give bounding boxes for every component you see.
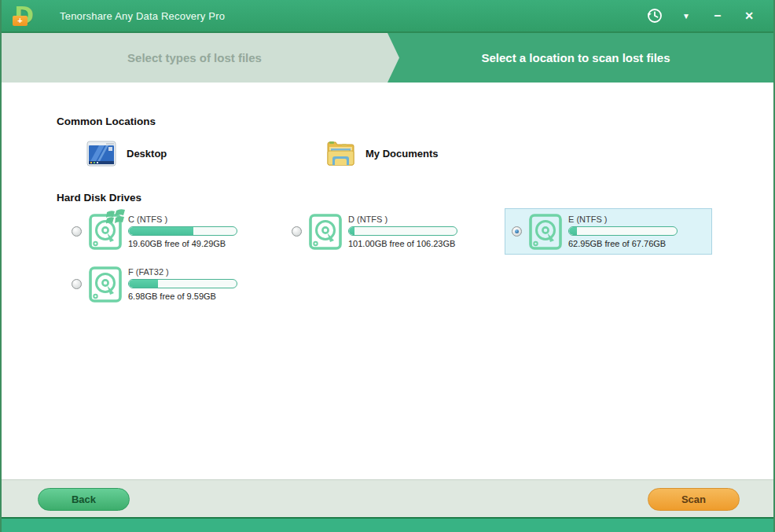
hard-disk-icon bbox=[309, 213, 342, 250]
drive-item[interactable]: C (NTFS ) 19.60GB free of 49.29GB bbox=[64, 208, 272, 255]
drive-usage-bar bbox=[128, 226, 237, 236]
hard-disk-icon bbox=[89, 213, 122, 250]
back-button[interactable]: Back bbox=[38, 488, 130, 511]
common-locations-title: Common Locations bbox=[57, 116, 773, 127]
history-restore-icon[interactable] bbox=[645, 6, 665, 26]
drive-usage-fill bbox=[129, 227, 193, 235]
tab-select-types: Select types of lost files bbox=[2, 33, 399, 83]
drive-usage-fill bbox=[349, 227, 354, 235]
titlebar-controls: ▼ – ✕ bbox=[645, 6, 773, 26]
location-label: Desktop bbox=[127, 148, 167, 160]
drive-item[interactable]: D (NTFS ) 101.00GB free of 106.23GB bbox=[285, 208, 492, 255]
drive-radio-button[interactable] bbox=[72, 279, 82, 289]
location-item-my-documents[interactable]: My Documents bbox=[326, 140, 566, 167]
location-item-desktop[interactable]: Desktop bbox=[86, 140, 326, 167]
app-window: D + Tenorshare Any Data Recovery Pro ▼ –… bbox=[0, 0, 775, 532]
location-label: My Documents bbox=[365, 148, 438, 160]
my-documents-icon bbox=[326, 140, 355, 167]
drive-free-space: 6.98GB free of 9.59GB bbox=[128, 292, 237, 301]
window-title: Tenorshare Any Data Recovery Pro bbox=[60, 10, 225, 22]
hard-disk-drives-title: Hard Disk Drives bbox=[57, 192, 773, 204]
drive-usage-bar bbox=[348, 226, 457, 236]
hard-disk-icon bbox=[89, 266, 122, 303]
drive-label: C (NTFS ) bbox=[128, 215, 237, 224]
close-button[interactable]: ✕ bbox=[739, 6, 759, 26]
drive-radio-button[interactable] bbox=[72, 226, 82, 237]
drive-label: E (NTFS ) bbox=[568, 215, 678, 224]
drive-free-space: 62.95GB free of 67.76GB bbox=[568, 239, 678, 248]
drive-item[interactable]: E (NTFS ) 62.95GB free of 67.76GB bbox=[505, 208, 712, 255]
drive-usage-bar bbox=[568, 226, 678, 236]
drive-free-space: 101.00GB free of 106.23GB bbox=[348, 239, 457, 248]
windows-flag-icon bbox=[106, 207, 127, 226]
tab-select-location: Select a location to scan lost files bbox=[399, 33, 773, 83]
dropdown-menu-icon[interactable]: ▼ bbox=[676, 6, 696, 26]
drive-label: D (NTFS ) bbox=[348, 215, 457, 224]
main-content: Common Locations Desktop bbox=[2, 83, 773, 479]
title-bar: D + Tenorshare Any Data Recovery Pro ▼ –… bbox=[2, 0, 773, 31]
hard-disk-icon bbox=[529, 213, 562, 250]
drive-item[interactable]: F (FAT32 ) 6.98GB free of 9.59GB bbox=[64, 261, 272, 307]
drive-radio-button[interactable] bbox=[512, 226, 522, 237]
drive-free-space: 19.60GB free of 49.29GB bbox=[128, 239, 237, 248]
drive-radio-button[interactable] bbox=[292, 226, 302, 237]
drive-usage-fill bbox=[569, 227, 577, 235]
footer-strip bbox=[2, 517, 773, 532]
drive-label: F (FAT32 ) bbox=[128, 267, 237, 277]
scan-button[interactable]: Scan bbox=[648, 488, 740, 511]
drives-grid: C (NTFS ) 19.60GB free of 49.29GB bbox=[64, 208, 773, 307]
app-logo-icon: D + bbox=[14, 4, 39, 28]
drive-usage-bar bbox=[128, 279, 237, 288]
bottom-bar: Back Scan bbox=[2, 479, 773, 517]
locations-row: Desktop My Documents bbox=[86, 140, 773, 167]
wizard-steps: Select a location to scan lost files Sel… bbox=[2, 31, 773, 83]
minimize-button[interactable]: – bbox=[707, 6, 728, 26]
plus-badge-icon: + bbox=[13, 16, 28, 26]
desktop-icon bbox=[86, 141, 116, 167]
drive-usage-fill bbox=[129, 280, 158, 288]
